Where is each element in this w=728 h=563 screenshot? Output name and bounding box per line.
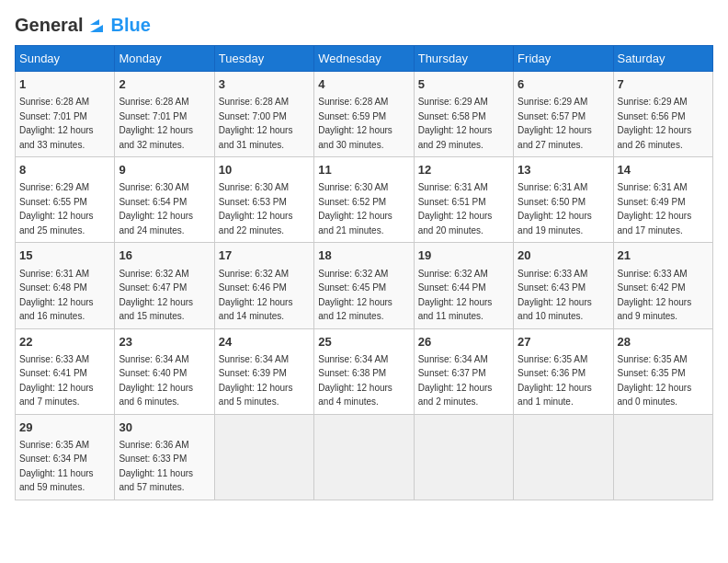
cell-info: Sunrise: 6:28 AMSunset: 7:01 PMDaylight:…: [19, 97, 94, 150]
cell-info: Sunrise: 6:35 AMSunset: 6:34 PMDaylight:…: [19, 440, 94, 493]
column-header-friday: Friday: [514, 46, 613, 72]
cell-info: Sunrise: 6:31 AMSunset: 6:48 PMDaylight:…: [19, 269, 94, 322]
cell-info: Sunrise: 6:29 AMSunset: 6:57 PMDaylight:…: [518, 97, 592, 150]
week-row-5: 29 Sunrise: 6:35 AMSunset: 6:34 PMDaylig…: [16, 414, 713, 500]
calendar-cell: 27 Sunrise: 6:35 AMSunset: 6:36 PMDaylig…: [514, 328, 613, 414]
calendar-cell: 9 Sunrise: 6:30 AMSunset: 6:54 PMDayligh…: [115, 157, 214, 243]
day-number: 25: [318, 334, 409, 350]
day-number: 1: [19, 76, 110, 93]
cell-info: Sunrise: 6:28 AMSunset: 7:00 PMDaylight:…: [219, 97, 293, 150]
logo: General Blue: [15, 15, 151, 36]
week-row-3: 15 Sunrise: 6:31 AMSunset: 6:48 PMDaylig…: [16, 243, 713, 328]
cell-info: Sunrise: 6:28 AMSunset: 6:59 PMDaylight:…: [318, 97, 392, 150]
calendar-cell: 19 Sunrise: 6:32 AMSunset: 6:44 PMDaylig…: [414, 243, 513, 328]
calendar-header-row: SundayMondayTuesdayWednesdayThursdayFrid…: [16, 46, 713, 72]
calendar-cell: [613, 414, 712, 500]
day-number: 19: [418, 247, 509, 264]
logo-triangle-icon: [86, 16, 107, 36]
day-number: 16: [119, 247, 210, 264]
calendar-cell: 7 Sunrise: 6:29 AMSunset: 6:56 PMDayligh…: [613, 72, 712, 157]
cell-info: Sunrise: 6:28 AMSunset: 7:01 PMDaylight:…: [119, 97, 193, 150]
week-row-4: 22 Sunrise: 6:33 AMSunset: 6:41 PMDaylig…: [16, 328, 713, 414]
cell-info: Sunrise: 6:32 AMSunset: 6:45 PMDaylight:…: [318, 269, 392, 322]
column-header-wednesday: Wednesday: [314, 46, 414, 72]
day-number: 20: [518, 247, 609, 264]
calendar-cell: [214, 414, 313, 500]
calendar-cell: [414, 414, 513, 500]
calendar-cell: 10 Sunrise: 6:30 AMSunset: 6:53 PMDaylig…: [214, 157, 313, 243]
day-number: 10: [219, 162, 310, 178]
logo-blue: Blue: [110, 15, 150, 36]
calendar-cell: [314, 414, 414, 500]
cell-info: Sunrise: 6:32 AMSunset: 6:44 PMDaylight:…: [418, 269, 493, 322]
day-number: 21: [618, 247, 709, 264]
calendar-cell: 1 Sunrise: 6:28 AMSunset: 7:01 PMDayligh…: [16, 72, 115, 157]
day-number: 23: [119, 334, 210, 350]
calendar-cell: 23 Sunrise: 6:34 AMSunset: 6:40 PMDaylig…: [115, 328, 214, 414]
column-header-thursday: Thursday: [414, 46, 513, 72]
cell-info: Sunrise: 6:31 AMSunset: 6:50 PMDaylight:…: [518, 182, 592, 236]
day-number: 9: [119, 162, 210, 178]
svg-marker-0: [90, 25, 103, 32]
cell-info: Sunrise: 6:32 AMSunset: 6:46 PMDaylight:…: [219, 269, 293, 322]
cell-info: Sunrise: 6:35 AMSunset: 6:36 PMDaylight:…: [518, 354, 592, 408]
cell-info: Sunrise: 6:29 AMSunset: 6:55 PMDaylight:…: [19, 182, 94, 236]
cell-info: Sunrise: 6:36 AMSunset: 6:33 PMDaylight:…: [119, 440, 193, 493]
day-number: 22: [19, 334, 110, 350]
day-number: 6: [518, 76, 609, 93]
calendar-cell: 29 Sunrise: 6:35 AMSunset: 6:34 PMDaylig…: [16, 414, 115, 500]
cell-info: Sunrise: 6:34 AMSunset: 6:38 PMDaylight:…: [318, 354, 392, 408]
calendar-cell: 11 Sunrise: 6:30 AMSunset: 6:52 PMDaylig…: [314, 157, 414, 243]
column-header-tuesday: Tuesday: [214, 46, 313, 72]
calendar-cell: 21 Sunrise: 6:33 AMSunset: 6:42 PMDaylig…: [613, 243, 712, 328]
cell-info: Sunrise: 6:33 AMSunset: 6:42 PMDaylight:…: [618, 269, 692, 322]
day-number: 5: [418, 76, 509, 93]
cell-info: Sunrise: 6:33 AMSunset: 6:41 PMDaylight:…: [19, 354, 94, 408]
day-number: 13: [518, 162, 609, 178]
calendar-cell: 4 Sunrise: 6:28 AMSunset: 6:59 PMDayligh…: [314, 72, 414, 157]
day-number: 8: [19, 162, 110, 178]
cell-info: Sunrise: 6:31 AMSunset: 6:51 PMDaylight:…: [418, 182, 493, 236]
calendar-cell: 28 Sunrise: 6:35 AMSunset: 6:35 PMDaylig…: [613, 328, 712, 414]
day-number: 28: [618, 334, 709, 350]
day-number: 29: [19, 419, 110, 436]
day-number: 12: [418, 162, 509, 178]
cell-info: Sunrise: 6:34 AMSunset: 6:39 PMDaylight:…: [219, 354, 293, 408]
calendar-cell: 12 Sunrise: 6:31 AMSunset: 6:51 PMDaylig…: [414, 157, 513, 243]
cell-info: Sunrise: 6:31 AMSunset: 6:49 PMDaylight:…: [618, 182, 692, 236]
day-number: 14: [618, 162, 709, 178]
day-number: 11: [318, 162, 409, 178]
calendar-cell: 24 Sunrise: 6:34 AMSunset: 6:39 PMDaylig…: [214, 328, 313, 414]
cell-info: Sunrise: 6:34 AMSunset: 6:40 PMDaylight:…: [119, 354, 193, 408]
column-header-sunday: Sunday: [16, 46, 115, 72]
day-number: 17: [219, 247, 310, 264]
cell-info: Sunrise: 6:35 AMSunset: 6:35 PMDaylight:…: [618, 354, 692, 408]
column-header-monday: Monday: [115, 46, 214, 72]
day-number: 4: [318, 76, 409, 93]
calendar-cell: 3 Sunrise: 6:28 AMSunset: 7:00 PMDayligh…: [214, 72, 313, 157]
calendar-cell: 6 Sunrise: 6:29 AMSunset: 6:57 PMDayligh…: [514, 72, 613, 157]
calendar-cell: 26 Sunrise: 6:34 AMSunset: 6:37 PMDaylig…: [414, 328, 513, 414]
cell-info: Sunrise: 6:33 AMSunset: 6:43 PMDaylight:…: [518, 269, 592, 322]
calendar-cell: 15 Sunrise: 6:31 AMSunset: 6:48 PMDaylig…: [16, 243, 115, 328]
calendar-cell: 16 Sunrise: 6:32 AMSunset: 6:47 PMDaylig…: [115, 243, 214, 328]
calendar-cell: 5 Sunrise: 6:29 AMSunset: 6:58 PMDayligh…: [414, 72, 513, 157]
calendar-cell: 2 Sunrise: 6:28 AMSunset: 7:01 PMDayligh…: [115, 72, 214, 157]
calendar-cell: 22 Sunrise: 6:33 AMSunset: 6:41 PMDaylig…: [16, 328, 115, 414]
day-number: 27: [518, 334, 609, 350]
day-number: 24: [219, 334, 310, 350]
calendar-cell: 14 Sunrise: 6:31 AMSunset: 6:49 PMDaylig…: [613, 157, 712, 243]
day-number: 30: [119, 419, 210, 436]
week-row-1: 1 Sunrise: 6:28 AMSunset: 7:01 PMDayligh…: [16, 72, 713, 157]
cell-info: Sunrise: 6:29 AMSunset: 6:58 PMDaylight:…: [418, 97, 493, 150]
calendar-cell: 18 Sunrise: 6:32 AMSunset: 6:45 PMDaylig…: [314, 243, 414, 328]
cell-info: Sunrise: 6:29 AMSunset: 6:56 PMDaylight:…: [618, 97, 692, 150]
calendar-cell: 8 Sunrise: 6:29 AMSunset: 6:55 PMDayligh…: [16, 157, 115, 243]
calendar-cell: 17 Sunrise: 6:32 AMSunset: 6:46 PMDaylig…: [214, 243, 313, 328]
logo-general: General: [15, 15, 83, 36]
calendar-cell: 30 Sunrise: 6:36 AMSunset: 6:33 PMDaylig…: [115, 414, 214, 500]
column-header-saturday: Saturday: [613, 46, 712, 72]
calendar-cell: 20 Sunrise: 6:33 AMSunset: 6:43 PMDaylig…: [514, 243, 613, 328]
page-header: General Blue: [15, 15, 713, 36]
cell-info: Sunrise: 6:30 AMSunset: 6:52 PMDaylight:…: [318, 182, 392, 236]
